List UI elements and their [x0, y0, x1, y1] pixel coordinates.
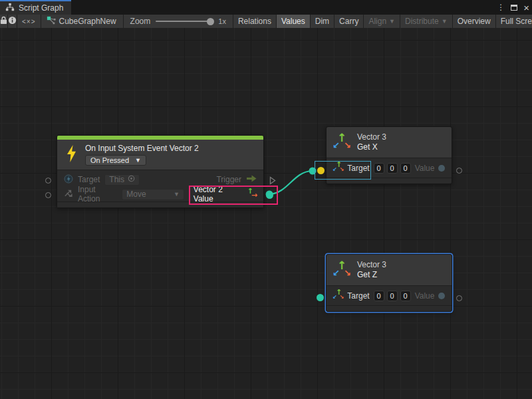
getx-z-field[interactable]: 0	[400, 163, 411, 174]
graph-toolbar: <×> CubeGraphNew Zoom 1x Relations Value…	[0, 15, 532, 28]
getz-value-output-port[interactable]	[456, 295, 462, 301]
getx-type-label: Vector 3	[357, 132, 386, 142]
caret-down-icon: ▼	[135, 157, 141, 164]
graph-name: CubeGraphNew	[59, 17, 116, 26]
getz-type-label: Vector 3	[357, 260, 386, 270]
getz-x-field[interactable]: 0	[374, 291, 384, 301]
event-mode-dropdown[interactable]: On Pressed▼	[85, 155, 146, 166]
lock-button[interactable]	[0, 15, 8, 28]
tab-title: Script Graph	[19, 3, 63, 13]
getx-y-field[interactable]: 0	[387, 163, 398, 174]
trigger-output-port[interactable]	[269, 176, 276, 187]
maximize-icon[interactable]	[511, 5, 517, 11]
event-unit-icon	[64, 174, 73, 186]
getx-node-header: ↑↙↘ Vector 3 Get X	[327, 127, 452, 158]
align-button[interactable]: Align▼	[364, 15, 400, 28]
getz-vector-fields: 0 0 0	[374, 291, 411, 301]
close-icon[interactable]: ×	[523, 3, 529, 13]
lock-icon	[0, 16, 7, 27]
getz-target-input-port[interactable]	[317, 294, 324, 301]
tab-bar: Script Graph ⋮ ×	[0, 0, 532, 15]
kebab-menu-icon[interactable]: ⋮	[497, 3, 505, 11]
input-action-dropdown[interactable]: Move▼	[122, 189, 184, 200]
lightning-bolt-icon	[65, 145, 78, 164]
zoom-control: Zoom 1x	[124, 15, 233, 28]
trigger-arrow-icon	[246, 175, 257, 184]
vector3-icon-small: ↑↙↘	[333, 291, 343, 301]
graph-hierarchy-icon	[5, 3, 15, 14]
node-vector3-get-x[interactable]: ↑↙↘ Vector 3 Get X ↑↙↘ Target 0 0 0 Valu…	[326, 126, 452, 184]
code-preview-button[interactable]: <×>	[17, 15, 41, 28]
getx-target-row: ↑↙↘ Target 0 0 0 Value	[327, 158, 452, 178]
event-node-body: Target This Trigger	[57, 170, 263, 207]
getx-target-label: Target	[347, 164, 369, 173]
caret-down-icon: ▼	[174, 191, 180, 198]
input-action-icon	[64, 189, 73, 200]
event-node-title: On Input System Event Vector 2	[85, 144, 199, 153]
getx-node-footer	[327, 178, 452, 184]
caret-down-icon: ▼	[442, 18, 448, 25]
object-picker-icon	[128, 175, 135, 184]
node-on-input-system-event[interactable]: On Input System Event Vector 2 On Presse…	[57, 135, 264, 208]
graph-breadcrumb-button[interactable]: CubeGraphNew	[41, 15, 124, 28]
dim-button[interactable]: Dim	[311, 15, 334, 28]
getx-vector-fields: 0 0 0	[374, 163, 411, 174]
zoom-value: 1x	[218, 17, 226, 25]
getx-name-label: Get X	[357, 142, 386, 152]
graph-canvas[interactable]: On Input System Event Vector 2 On Presse…	[0, 28, 532, 399]
getz-name-label: Get Z	[357, 270, 386, 280]
vector3-icon: ↑↙↘	[333, 133, 350, 152]
target-label: Target	[78, 175, 100, 184]
event-node-header: On Input System Event Vector 2 On Presse…	[57, 140, 263, 170]
distribute-button[interactable]: Distribute▼	[400, 15, 453, 28]
target-this-field[interactable]: This	[104, 174, 140, 186]
getx-x-field[interactable]: 0	[374, 163, 384, 174]
getz-node-footer	[327, 305, 452, 311]
target-input-port[interactable]	[45, 178, 51, 184]
distribute-label: Distribute	[405, 17, 439, 26]
zoom-label: Zoom	[130, 17, 151, 26]
info-button[interactable]	[8, 15, 17, 28]
getx-target-input-port[interactable]	[317, 167, 325, 174]
script-graph-window: Script Graph ⋮ × <×> CubeGraphNew	[0, 0, 532, 399]
getz-value-port-dot	[438, 293, 445, 299]
target-this-label: This	[109, 175, 124, 184]
connection-wire	[0, 28, 532, 399]
getz-node-header: ↑↙↘ Vector 3 Get Z	[327, 255, 452, 286]
values-button[interactable]: Values	[277, 15, 311, 28]
getz-target-label: Target	[347, 291, 369, 301]
graph-asset-icon	[47, 16, 56, 27]
carry-button[interactable]: Carry	[334, 15, 364, 28]
vector2-value-output-port[interactable]	[266, 192, 273, 199]
input-action-input-port[interactable]	[45, 192, 51, 198]
node-vector3-get-z[interactable]: ↑↙↘ Vector 3 Get Z ↑↙↘ Target 0 0 0 Valu…	[326, 254, 452, 312]
info-icon	[8, 16, 17, 27]
relations-button[interactable]: Relations	[233, 15, 277, 28]
vector2-icon: ↑→	[247, 189, 257, 200]
window-controls: ⋮ ×	[497, 0, 529, 15]
vector2-value-label: Vector 2 Value	[194, 185, 242, 203]
fullscreen-button[interactable]: Full Scre	[496, 15, 532, 28]
input-action-value: Move	[126, 190, 146, 199]
getx-value-output-port[interactable]	[456, 168, 462, 174]
event-mode-label: On Pressed	[90, 156, 129, 164]
vector3-icon: ↑↙↘	[333, 261, 350, 279]
input-action-row: Input Action Move▼ Vector 2 Value ↑→	[57, 187, 263, 201]
getz-z-field[interactable]: 0	[400, 291, 411, 301]
getz-value-label: Value	[415, 291, 435, 301]
getx-value-label: Value	[415, 164, 435, 173]
align-label: Align	[368, 17, 386, 26]
overview-button[interactable]: Overview	[453, 15, 496, 28]
zoom-slider[interactable]	[156, 21, 213, 22]
input-action-label: Input Action	[78, 185, 117, 203]
getx-value-port-dot	[438, 165, 445, 172]
caret-down-icon: ▼	[389, 18, 395, 25]
trigger-label: Trigger	[216, 175, 241, 184]
getz-target-row: ↑↙↘ Target 0 0 0 Value	[327, 286, 452, 305]
tab-script-graph[interactable]: Script Graph	[0, 0, 71, 15]
vector3-icon-small: ↑↙↘	[333, 163, 343, 174]
zoom-slider-handle[interactable]	[207, 18, 214, 25]
getz-y-field[interactable]: 0	[387, 291, 398, 301]
